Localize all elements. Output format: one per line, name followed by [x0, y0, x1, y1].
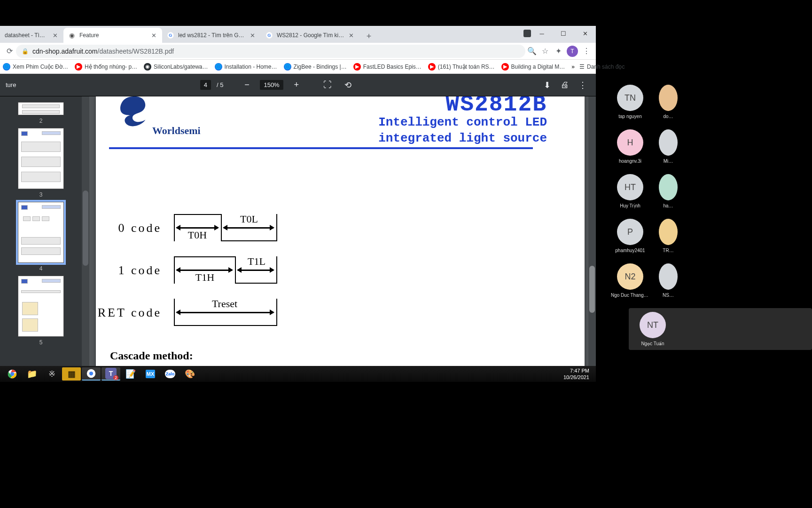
participant[interactable]: N2 Ngo Duc Thang 2…: [610, 263, 650, 298]
participant[interactable]: H hoangnv.3i: [610, 129, 650, 164]
product-subtitle: Intelligent control LED: [378, 115, 547, 129]
zoom-level[interactable]: 150%: [260, 80, 283, 90]
thumbnail-page-2[interactable]: [18, 102, 64, 115]
explorer-taskbar-icon[interactable]: 📁: [23, 367, 41, 381]
maximize-button[interactable]: ☐: [553, 26, 574, 41]
bookmark-label: Hệ thống nhúng- p…: [85, 64, 137, 70]
bookmark-label: Building a Digital M…: [511, 64, 565, 70]
participant-name: ha…: [663, 203, 673, 208]
tab-3[interactable]: G WS2812 - Google Tìm kiếm ✕: [261, 28, 359, 43]
profile-avatar[interactable]: T: [567, 46, 578, 57]
thumbnail-page-4[interactable]: [18, 202, 64, 263]
app-taskbar-icon[interactable]: ※: [42, 367, 61, 381]
chrome-active-taskbar-icon[interactable]: [82, 367, 101, 381]
page-current-input[interactable]: 4: [200, 80, 211, 90]
bookmark-item[interactable]: 🌐Installation - Home…: [215, 63, 277, 71]
zoom-icon[interactable]: 🔍: [525, 45, 539, 58]
new-tab-button[interactable]: +: [362, 30, 375, 43]
bookmark-item[interactable]: 🌐ZigBee - Bindings |…: [284, 63, 347, 71]
bookmark-item[interactable]: ▶Hệ thống nhúng- p…: [75, 63, 137, 71]
paint-taskbar-icon[interactable]: 🎨: [180, 367, 199, 381]
thumbnail-scrollbar[interactable]: [82, 96, 89, 381]
avatar: P: [617, 219, 643, 245]
system-clock[interactable]: 7:47 PM 10/26/2021: [563, 367, 593, 381]
participant[interactable]: TR…: [659, 219, 678, 253]
pdf-page-area[interactable]: Worldsemi WS2812B Intelligent control LE…: [89, 96, 596, 381]
page-separator: / 5: [217, 81, 223, 88]
pdf-body: 2 3: [0, 96, 596, 381]
google-icon: G: [167, 32, 174, 39]
participant[interactable]: ha…: [659, 174, 678, 208]
zoom-in-button[interactable]: +: [289, 78, 304, 93]
avatar: [659, 129, 678, 156]
participant-active[interactable]: NT Ngọc Tuấn: [632, 312, 673, 346]
close-icon[interactable]: ✕: [347, 32, 355, 39]
participant[interactable]: P phamhuy2401: [610, 219, 650, 253]
more-button[interactable]: ⋮: [575, 78, 590, 93]
close-icon[interactable]: ✕: [150, 32, 157, 39]
participant-name: phamhuy2401: [615, 248, 645, 253]
clock-time: 7:47 PM: [563, 367, 589, 374]
fit-page-button[interactable]: ⛶: [320, 78, 335, 93]
close-window-button[interactable]: ✕: [574, 26, 596, 41]
menu-icon[interactable]: ⋮: [580, 45, 593, 58]
bookmark-item[interactable]: ▶(161) Thuật toán RS…: [428, 63, 495, 71]
participant[interactable]: NS…: [659, 263, 678, 298]
bookmark-item[interactable]: ▶Building a Digital M…: [501, 63, 565, 71]
svg-text:G: G: [169, 33, 172, 38]
thumbnail-label: 2: [0, 118, 82, 124]
page-scrollbar[interactable]: [588, 96, 596, 381]
bookmark-item[interactable]: ◉SiliconLabs/gatewa…: [144, 63, 208, 71]
tab-0[interactable]: datasheet - Tìm trên Go… ✕: [0, 28, 63, 43]
thumbnail-label: 4: [0, 265, 82, 272]
tab-title: WS2812 - Google Tìm kiếm: [277, 32, 344, 39]
avatar: [659, 219, 678, 245]
thumbnail-page-3[interactable]: [18, 128, 64, 189]
participant-name: tap nguyen: [618, 114, 642, 119]
url-input[interactable]: 🔒 cdn-shop.adafruit.com/datasheets/WS281…: [16, 45, 525, 58]
share-indicator-icon[interactable]: [523, 30, 531, 37]
treset-label: Treset: [212, 298, 237, 310]
minimize-button[interactable]: ─: [531, 26, 553, 41]
chrome-taskbar-icon[interactable]: [3, 367, 22, 381]
zalo-taskbar-icon[interactable]: Zalo: [161, 367, 180, 381]
extensions-icon[interactable]: ✦: [552, 45, 565, 58]
youtube-icon: ▶: [75, 63, 82, 71]
participant-name: do…: [663, 114, 673, 119]
tab-1[interactable]: ◉ Feature ✕: [63, 28, 162, 43]
star-icon[interactable]: ☆: [539, 45, 552, 58]
print-button[interactable]: 🖨: [557, 78, 572, 93]
zoom-out-button[interactable]: −: [239, 78, 254, 93]
participant[interactable]: TN tap nguyen: [610, 85, 650, 119]
google-icon: G: [265, 32, 273, 39]
notepad-taskbar-icon[interactable]: 📝: [121, 367, 140, 381]
thumbnail-page-5[interactable]: [18, 276, 64, 337]
pdf-viewer: ture 4 / 5 − 150% + ⛶ ⟲ ⬇ 🖨 ⋮: [0, 74, 596, 381]
participant-name: Huy Trịnh: [620, 203, 640, 208]
download-button[interactable]: ⬇: [539, 78, 554, 93]
participant-name: hoangnv.3i: [619, 159, 641, 164]
mx-taskbar-icon[interactable]: MX: [141, 367, 160, 381]
reload-button[interactable]: ⟳: [3, 45, 16, 58]
thumbnail-label: 5: [0, 339, 82, 346]
rotate-button[interactable]: ⟲: [341, 78, 356, 93]
bookmark-item[interactable]: ▶FastLED Basics Epis…: [353, 63, 422, 71]
youtube-icon: ▶: [428, 63, 436, 71]
close-icon[interactable]: ✕: [249, 32, 256, 39]
participant[interactable]: do…: [659, 85, 678, 119]
close-icon[interactable]: ✕: [51, 32, 59, 39]
tab-2[interactable]: G led ws2812 - Tìm trên Google ✕: [162, 28, 261, 43]
list-icon: ☰: [579, 64, 585, 70]
address-bar: ⟳ 🔒 cdn-shop.adafruit.com/datasheets/WS2…: [0, 43, 596, 60]
avatar: TN: [617, 85, 643, 111]
bookmark-item[interactable]: 🌐Xem Phim Cuộc Đờ…: [3, 63, 68, 71]
bookmark-label: Xem Phim Cuộc Đờ…: [13, 64, 68, 70]
participant[interactable]: HT Huy Trịnh: [610, 174, 650, 208]
brand-text: Worldsemi: [152, 125, 201, 137]
app-taskbar-icon[interactable]: ▦: [62, 367, 81, 381]
teams-taskbar-icon[interactable]: T2: [102, 367, 120, 381]
bookmarks-overflow-button[interactable]: »: [571, 64, 575, 70]
reading-list-button[interactable]: ☰Danh sách đọc: [579, 64, 625, 70]
thumbnail-list: 2 3: [0, 96, 82, 381]
participant[interactable]: Mi…: [659, 129, 678, 164]
